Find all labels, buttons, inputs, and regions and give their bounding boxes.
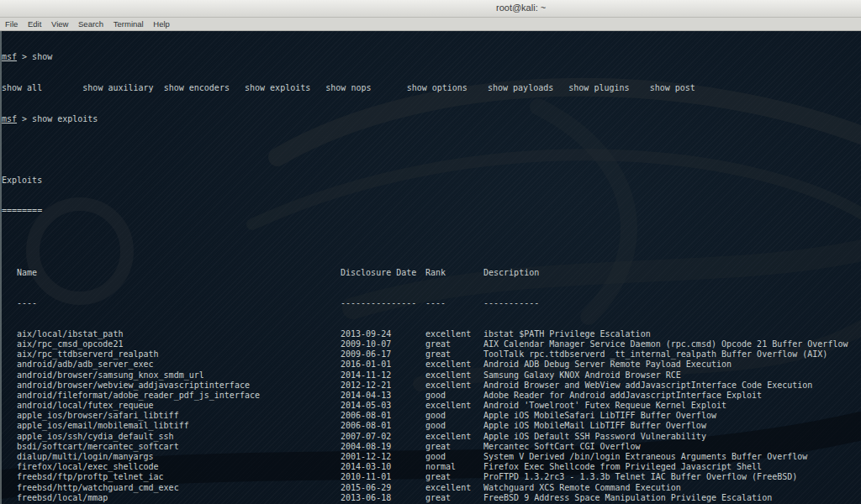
table-row: aix/rpc_cmsd_opcode21 2009-10-07 great A… [2,339,859,349]
table-row: freebsd/ftp/proftp_telnet_iac 2010-11-01… [2,472,859,482]
module-name-cell: aix/local/ibstat_path [17,329,123,339]
table-row: apple_ios/email/mobilemail_libtiff 2006-… [2,421,859,431]
rank-cell: normal [425,462,456,472]
rank-cell: excellent [425,401,471,411]
disclosure-date-cell: 2016-01-01 [341,360,391,370]
rank-cell: great [425,349,451,360]
module-name-cell: freebsd/ftp/proftp_telnet_iac [17,472,164,482]
table-row: android/local/futex_requeue 2014-05-03 e… [2,401,859,411]
module-name-cell: android/local/futex_requeue [17,401,154,411]
completions-line: show all show auxiliary show encoders sh… [2,83,859,93]
table-row: freebsd/http/watchguard_cmd_exec 2015-06… [2,483,859,493]
header-description: Description [483,268,539,278]
rank-cell: great [425,493,451,503]
disclosure-date-cell: 2014-05-03 [341,401,391,411]
rank-cell: excellent [425,483,471,493]
window-titlebar[interactable]: root@kali: ~ [0,0,861,18]
dashes-disclosure-date: --------------- [341,298,416,308]
disclosure-date-cell: 2014-03-10 [341,462,391,472]
table-row: bsdi/softcart/mercantec_softcart 2004-08… [2,442,859,452]
disclosure-date-cell: 2001-12-12 [341,452,391,462]
module-name-cell: android/browser/samsung_knox_smdm_url [17,370,204,381]
module-name-cell: freebsd/local/mmap [17,493,108,503]
msf-prompt: msf [2,52,17,61]
module-name-cell: android/adb/adb_server_exec [17,360,154,370]
description-cell: ToolTalk rpc.ttdbserverd _tt_internal_re… [483,349,827,360]
rank-cell: excellent [425,329,471,339]
terminal-screen[interactable]: msf > show show all show auxiliary show … [0,31,861,504]
table-row: aix/rpc_ttdbserverd_realpath 2009-06-17 … [2,349,859,360]
menu-item-view[interactable]: View [49,18,71,29]
rank-cell: great [425,472,451,482]
rank-cell: excellent [425,370,471,381]
description-cell: ibstat $PATH Privilege Escalation [483,329,651,339]
disclosure-date-cell: 2006-08-01 [341,411,391,421]
disclosure-date-cell: 2014-04-13 [341,391,391,401]
prompt-line-show: msf > show [2,52,859,62]
menu-item-search[interactable]: Search [76,18,106,29]
rank-cell: excellent [425,432,471,442]
menu-item-help[interactable]: Help [151,18,172,29]
terminal-output: msf > show show all show auxiliary show … [2,32,859,504]
module-name-cell: aix/rpc_ttdbserverd_realpath [17,349,159,360]
description-cell: ProFTPD 1.3.2rc3 - 1.3.3b Telnet IAC Buf… [483,472,797,482]
module-name-cell: apple_ios/browser/safari_libtiff [17,411,179,421]
rank-cell: good [425,391,446,401]
rank-cell: great [425,339,451,349]
disclosure-date-cell: 2009-06-17 [341,349,391,360]
table-row: dialup/multi/login/manyargs 2001-12-12 g… [2,452,859,462]
menu-item-file[interactable]: File [3,18,20,29]
dashes-name: ---- [17,298,37,308]
header-name: Name [17,268,37,278]
module-name-cell: firefox/local/exec_shellcode [17,462,159,472]
header-disclosure-date: Disclosure Date [341,268,416,278]
msf-prompt: msf [2,114,17,123]
description-cell: Samsung Galaxy KNOX Android Browser RCE [483,370,681,381]
module-name-cell: aix/rpc_cmsd_opcode21 [17,339,123,349]
prompt-line-show-exploits: msf > show exploits [2,114,859,124]
disclosure-date-cell: 2013-06-18 [341,493,391,503]
rank-cell: great [425,442,451,452]
module-name-cell: dialup/multi/login/manyargs [17,452,154,462]
disclosure-date-cell: 2013-09-24 [341,329,391,339]
table-row: apple_ios/browser/safari_libtiff 2006-08… [2,411,859,421]
disclosure-date-cell: 2015-06-29 [341,483,391,493]
module-name-cell: freebsd/http/watchguard_cmd_exec [17,483,179,493]
description-cell: Watchguard XCS Remote Command Execution [483,483,681,493]
description-cell: Apple iOS MobileMail LibTIFF Buffer Over… [483,421,706,431]
description-cell: Firefox Exec Shellcode from Privileged J… [483,462,762,472]
header-rank: Rank [425,268,446,278]
menu-item-edit[interactable]: Edit [25,18,44,29]
dashes-rank: ---- [425,298,446,308]
description-cell: Android 'Towelroot' Futex Requeue Kernel… [483,401,726,411]
module-name-cell: apple_ios/ssh/cydia_default_ssh [17,432,174,442]
terminal-window: { "window": { "title": "root@kali: ~" },… [0,0,861,504]
menu-bar: File Edit View Search Terminal Help [0,18,861,31]
disclosure-date-cell: 2010-11-01 [341,472,391,482]
section-title: Exploits [2,176,859,186]
rank-cell: excellent [425,360,471,370]
table-row: aix/local/ibstat_path 2013-09-24 excelle… [2,329,859,339]
description-cell: Mercantec SoftCart CGI Overflow [483,442,641,452]
disclosure-date-cell: 2012-12-21 [341,381,391,391]
table-header-row: Name Disclosure Date Rank Description [2,268,859,278]
description-cell: Apple iOS Default SSH Password Vulnerabi… [483,432,706,442]
table-row: android/browser/webview_addjavascriptint… [2,381,859,391]
dashes-description: ----------- [483,298,539,308]
description-cell: System V Derived /bin/login Extraneous A… [483,452,807,462]
table-header-dashes: ---- --------------- ---- ----------- [2,298,859,308]
disclosure-date-cell: 2006-08-01 [341,421,391,431]
command-show: > show [17,52,52,61]
menu-item-terminal[interactable]: Terminal [111,18,146,29]
rank-cell: good [425,421,446,431]
window-title: root@kali: ~ [496,3,546,13]
module-name-cell: bsdi/softcart/mercantec_softcart [17,442,179,452]
rank-cell: good [425,411,446,421]
rank-cell: excellent [425,381,471,391]
module-name-cell: android/browser/webview_addjavascriptint… [17,381,250,391]
table-row: android/fileformat/adobe_reader_pdf_js_i… [2,391,859,401]
description-cell: AIX Calendar Manager Service Daemon (rpc… [483,339,848,349]
disclosure-date-cell: 2009-10-07 [341,339,391,349]
module-name-cell: apple_ios/email/mobilemail_libtiff [17,421,189,431]
exploit-table: aix/local/ibstat_path 2013-09-24 excelle… [2,329,859,504]
